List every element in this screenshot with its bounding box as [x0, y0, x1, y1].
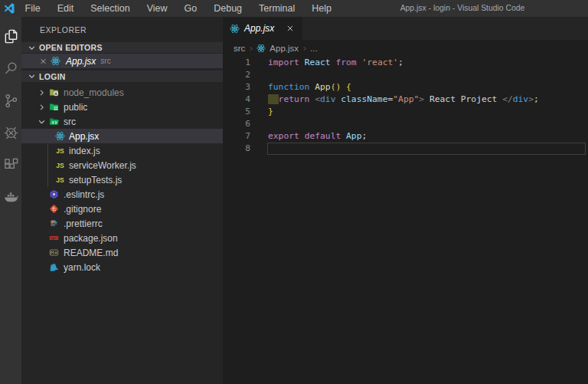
menu-selection[interactable]: Selection — [82, 0, 138, 17]
tree-item-package-json[interactable]: package.json — [21, 231, 223, 245]
code-token-keyword: import — [268, 57, 299, 67]
tree-item--prettierrc[interactable]: .prettierrc — [21, 216, 223, 231]
tree-item-label: src — [64, 117, 76, 127]
folder-src-open-icon — [49, 117, 59, 126]
open-editor-label: App.jsx — [66, 56, 96, 67]
chevron-down-icon — [28, 44, 35, 51]
activity-explorer-button[interactable] — [0, 25, 21, 47]
menu-go[interactable]: Go — [176, 0, 206, 17]
activity-debug-button[interactable] — [0, 122, 21, 143]
tree-item-label: index.js — [69, 146, 100, 156]
tree-item-label: public — [64, 102, 87, 113]
tree-item--eslintrc-js[interactable]: .eslintrc.js — [21, 187, 223, 202]
line-number: 8 — [223, 143, 250, 155]
npm-icon — [49, 233, 59, 243]
breadcrumb-item[interactable]: App.jsx — [270, 44, 299, 53]
tree-item-readme-md[interactable]: README.md — [21, 245, 223, 260]
current-line-highlight — [267, 143, 586, 155]
code-token-tag: div — [320, 94, 335, 104]
code-token-punct: </ — [502, 94, 513, 104]
js-icon: JS — [55, 146, 65, 156]
tree-item-label: yarn.lock — [64, 262, 100, 273]
code-token-default — [299, 57, 305, 67]
menu-view[interactable]: View — [139, 0, 176, 17]
section-header-login[interactable]: LOGIN — [21, 71, 223, 82]
code-token-punct: > — [528, 94, 534, 104]
sidebar-explorer: EXPLORER OPEN EDITORS App.jsx src LOGIN … — [21, 17, 223, 384]
close-icon[interactable] — [40, 57, 47, 64]
menu-help[interactable]: Help — [303, 0, 340, 17]
code-line-3: 3function App() { — [223, 81, 588, 94]
tab-label: App.jsx — [244, 23, 274, 34]
tree-item-node-modules[interactable]: node_modules — [21, 85, 223, 100]
tree-item-label: setupTests.js — [69, 175, 122, 185]
menu-debug[interactable]: Debug — [205, 0, 250, 17]
markdown-icon — [49, 248, 59, 258]
search-icon — [2, 60, 20, 77]
code-line-5: 5} — [223, 106, 588, 118]
tree-item-label: README.md — [64, 248, 118, 258]
folder-node-modules-icon — [49, 87, 59, 97]
code-token-tag: div — [513, 94, 528, 104]
debug-icon — [2, 124, 20, 142]
breadcrumb-separator-icon — [249, 45, 253, 51]
section-header-open-editors[interactable]: OPEN EDITORS — [21, 42, 223, 53]
line-number: 4 — [223, 94, 250, 106]
chevron-down-icon — [28, 73, 35, 80]
tree-item-setuptests-js[interactable]: JSsetupTests.js — [21, 172, 223, 187]
menu-file[interactable]: File — [17, 0, 49, 17]
activity-docker-button[interactable] — [0, 186, 21, 208]
line-number: 6 — [223, 118, 250, 130]
section-label: LOGIN — [39, 72, 66, 81]
code-token-keyword: export — [268, 131, 299, 141]
line-number: 7 — [223, 130, 250, 143]
activity-search-button[interactable] — [0, 57, 21, 79]
close-icon[interactable] — [286, 25, 294, 32]
activity-bar — [0, 17, 21, 384]
yarn-icon — [49, 262, 59, 272]
tree-item-yarn-lock[interactable]: yarn.lock — [21, 260, 223, 274]
tree-item-serviceworker-js[interactable]: JSserviceWorker.js — [21, 158, 223, 172]
code-token-bracket: } — [268, 107, 273, 117]
code-token-string: 'react' — [361, 57, 398, 67]
code-line-7: 7export default App; — [223, 130, 588, 143]
breadcrumb-item[interactable]: ... — [310, 44, 318, 53]
code-line-6: 6 — [223, 118, 588, 130]
breadcrumb-item[interactable]: src — [234, 44, 245, 53]
tree-item--gitignore[interactable]: .gitignore — [21, 202, 223, 216]
section-label: OPEN EDITORS — [39, 43, 103, 52]
code-token-keyword: from — [335, 57, 356, 67]
code-line-text: function App() { — [268, 81, 351, 94]
tree-item-label: node_modules — [64, 87, 124, 98]
tree-item-app-jsx[interactable]: App.jsx — [21, 129, 223, 143]
chevron-down-icon — [38, 118, 45, 125]
code-editor[interactable]: 1import React from 'react';23function Ap… — [223, 57, 588, 155]
code-token-default: React Project — [424, 94, 502, 104]
code-line-text: export default App; — [268, 130, 367, 143]
code-token-default: ; — [361, 131, 367, 141]
menu-terminal[interactable]: Terminal — [250, 0, 303, 17]
tab-app-jsx[interactable]: App.jsx — [223, 17, 302, 40]
git-icon — [49, 204, 59, 214]
open-editor-item-app-jsx[interactable]: App.jsx src — [21, 54, 223, 68]
menu-edit[interactable]: Edit — [49, 0, 83, 17]
code-token-keyword: return — [279, 94, 310, 104]
tree-item-public[interactable]: public — [21, 100, 223, 114]
activity-extensions-button[interactable] — [0, 154, 21, 176]
title-bar: FileEditSelectionViewGoDebugTerminalHelp… — [0, 0, 588, 17]
code-token-variable: App — [346, 131, 361, 141]
tab-bar: App.jsx — [223, 17, 588, 40]
prettier-icon — [49, 218, 59, 228]
tree-item-src[interactable]: src — [21, 114, 223, 129]
chevron-right-icon — [38, 103, 45, 110]
code-line-text: return <div className="App"> React Proje… — [268, 94, 539, 106]
code-token-bracket: { — [346, 82, 351, 92]
code-token-string: "App" — [393, 94, 419, 104]
activity-source-control-button[interactable] — [0, 90, 21, 111]
code-token-variable: React — [305, 57, 331, 67]
tree-item-index-js[interactable]: JSindex.js — [21, 143, 223, 158]
docker-icon — [2, 189, 20, 206]
extensions-icon — [2, 156, 20, 174]
indent-highlight — [268, 94, 279, 104]
code-line-2: 2 — [223, 69, 588, 81]
